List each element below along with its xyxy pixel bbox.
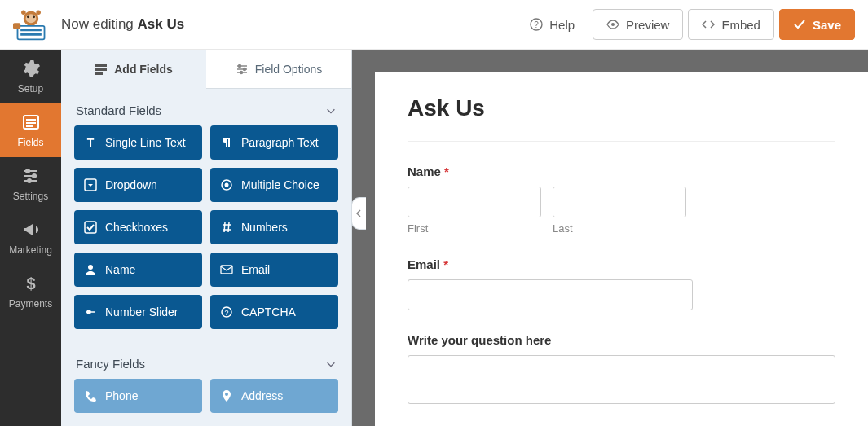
field-label: Single Line Text — [105, 136, 186, 149]
rail-item-marketing[interactable]: Marketing — [0, 211, 61, 265]
svg-rect-33 — [221, 266, 232, 274]
section-standard-fields[interactable]: Standard Fields — [61, 90, 351, 125]
form-title[interactable]: Ask Us — [408, 95, 835, 142]
app-logo — [0, 0, 61, 50]
tab-field-options[interactable]: Field Options — [206, 50, 351, 89]
canvas: Ask Us Name * First Last — [352, 0, 868, 426]
check-icon — [793, 18, 806, 31]
code-icon — [702, 18, 715, 31]
collapse-panel-handle[interactable] — [351, 197, 366, 230]
rail-item-setup[interactable]: Setup — [0, 50, 61, 103]
save-button[interactable]: Save — [779, 9, 855, 40]
form-icon — [21, 112, 41, 132]
rail-item-settings[interactable]: Settings — [0, 157, 61, 211]
editing-prefix: Now editing — [61, 16, 138, 32]
field-number-slider[interactable]: Number Slider — [74, 295, 202, 329]
svg-point-4 — [21, 11, 26, 15]
field-phone[interactable]: Phone — [74, 379, 202, 413]
field-name[interactable]: Name — [74, 253, 202, 287]
last-name-input[interactable] — [553, 187, 686, 217]
tab-label: Field Options — [255, 63, 322, 76]
field-label: Dropdown — [105, 178, 157, 191]
slider-icon — [84, 305, 97, 318]
field-captcha[interactable]: ?CAPTCHA — [210, 295, 338, 329]
section-fancy-fields[interactable]: Fancy Fields — [61, 344, 351, 379]
envelope-icon — [220, 263, 233, 276]
svg-point-3 — [33, 15, 35, 18]
required-asterisk: * — [443, 257, 448, 271]
form-field-email[interactable]: Email * — [408, 257, 835, 310]
rail-item-payments[interactable]: $ Payments — [0, 265, 61, 318]
grid-icon — [95, 63, 108, 76]
field-label: Name * — [408, 165, 835, 178]
caret-square-icon — [84, 178, 97, 191]
section-title: Standard Fields — [76, 103, 161, 117]
field-email[interactable]: Email — [210, 253, 338, 287]
form-field-question[interactable]: Write your question here — [408, 333, 835, 406]
save-label: Save — [813, 18, 841, 32]
hash-icon — [220, 221, 233, 234]
field-label: Phone — [105, 389, 138, 402]
gear-icon — [21, 59, 41, 78]
standard-fields-grid: TSingle Line Text Paragraph Text Dropdow… — [61, 125, 351, 344]
svg-rect-16 — [26, 125, 33, 127]
field-label: Number Slider — [105, 305, 178, 318]
paragraph-icon — [220, 136, 233, 149]
svg-point-2 — [26, 15, 29, 18]
svg-text:T: T — [87, 136, 95, 149]
embed-button[interactable]: Embed — [688, 9, 774, 40]
tab-add-fields[interactable]: Add Fields — [61, 50, 206, 89]
field-numbers[interactable]: Numbers — [210, 210, 338, 244]
svg-rect-6 — [17, 26, 44, 39]
form-field-name[interactable]: Name * First Last — [408, 165, 835, 235]
help-button[interactable]: ? Help — [517, 9, 588, 40]
checkbox-icon — [84, 221, 97, 234]
map-marker-icon — [220, 389, 233, 402]
rail-label: Payments — [9, 298, 52, 310]
embed-label: Embed — [721, 18, 760, 32]
field-dropdown[interactable]: Dropdown — [74, 168, 202, 202]
rail-label: Fields — [17, 137, 43, 148]
sidebar-scroll[interactable]: Standard Fields TSingle Line Text Paragr… — [61, 89, 351, 426]
required-asterisk: * — [444, 165, 449, 178]
section-title: Fancy Fields — [76, 357, 145, 371]
bullhorn-icon — [21, 220, 41, 239]
question-circle-icon: ? — [220, 305, 233, 318]
svg-rect-8 — [20, 33, 42, 36]
first-name-input[interactable] — [408, 187, 541, 217]
rail-label: Setup — [18, 83, 43, 94]
email-input[interactable] — [408, 279, 693, 310]
field-label: Email * — [408, 257, 835, 271]
svg-point-25 — [243, 68, 245, 70]
rail-item-fields[interactable]: Fields — [0, 103, 61, 157]
side-panel: Add Fields Field Options Standard Fields… — [61, 0, 352, 426]
field-paragraph-text[interactable]: Paragraph Text — [210, 125, 338, 160]
field-label: Paragraph Text — [241, 136, 319, 149]
eye-icon — [606, 18, 619, 31]
svg-point-18 — [33, 174, 36, 178]
field-label: Email — [241, 263, 270, 276]
svg-point-12 — [611, 23, 615, 26]
user-icon — [84, 263, 97, 276]
question-textarea[interactable] — [408, 355, 835, 404]
field-label: Write your question here — [408, 333, 835, 347]
field-label: Name — [105, 263, 135, 276]
preview-button[interactable]: Preview — [593, 9, 683, 40]
field-label: Multiple Choice — [241, 178, 319, 191]
svg-rect-7 — [20, 29, 42, 32]
sidebar-tabs: Add Fields Field Options — [61, 50, 351, 89]
form-name: Ask Us — [138, 16, 185, 32]
help-label: Help — [549, 18, 575, 32]
svg-point-17 — [26, 169, 29, 173]
rail-label: Settings — [13, 191, 48, 202]
svg-point-32 — [88, 265, 93, 270]
field-checkboxes[interactable]: Checkboxes — [74, 210, 202, 244]
text-icon: T — [84, 136, 97, 149]
field-multiple-choice[interactable]: Multiple Choice — [210, 168, 338, 202]
field-single-line-text[interactable]: TSingle Line Text — [74, 125, 202, 160]
field-address[interactable]: Address — [210, 379, 338, 413]
dollar-icon: $ — [21, 274, 41, 293]
preview-label: Preview — [626, 18, 669, 32]
svg-rect-9 — [13, 23, 20, 29]
field-label: Numbers — [241, 221, 288, 234]
